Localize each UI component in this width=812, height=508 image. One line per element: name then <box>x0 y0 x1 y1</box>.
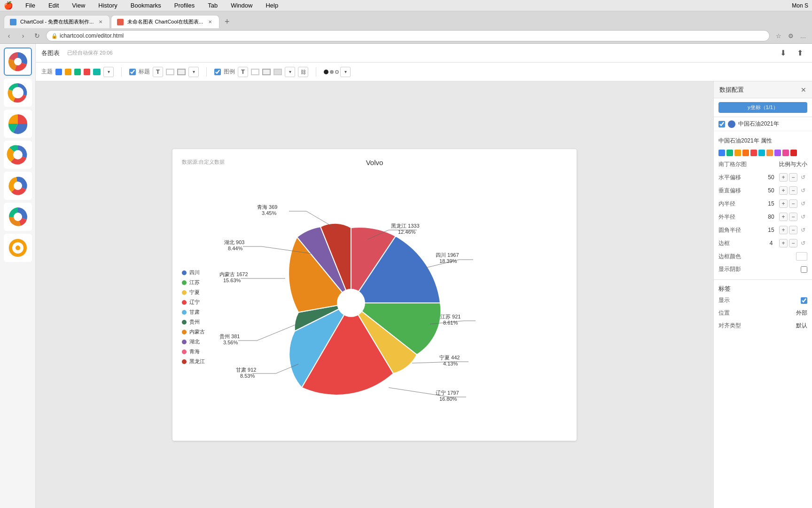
chart-thumb-3[interactable] <box>4 110 32 138</box>
h-offset-minus[interactable]: − <box>789 173 797 182</box>
shadow-checkbox[interactable] <box>801 266 807 273</box>
browser-tab-2[interactable]: 未命名图表 ChartCool在线图表... ✕ <box>111 15 219 28</box>
v-offset-refresh[interactable]: ↺ <box>799 186 807 195</box>
v-offset-plus[interactable]: + <box>779 186 788 195</box>
series-color-icon <box>728 120 735 128</box>
palette-green[interactable] <box>726 150 733 156</box>
extension-icon[interactable]: ⚙ <box>786 31 796 41</box>
chart-thumb-5[interactable] <box>4 172 32 200</box>
legend-dropdown[interactable]: ▾ <box>285 67 295 77</box>
palette-orange[interactable] <box>742 150 749 156</box>
pie-chart-svg: 黑龙江 1333 12.46% 四川 1967 18.39% <box>219 185 483 416</box>
legend-dot-dropdown[interactable]: ▾ <box>340 67 351 77</box>
theme-label: 主题 <box>41 68 53 76</box>
legend-name-ningxia: 宁夏 <box>189 289 200 296</box>
chart-thumb-7[interactable] <box>4 234 32 262</box>
outer-radius-refresh[interactable]: ↺ <box>799 213 807 221</box>
svg-point-1 <box>14 58 22 65</box>
title-dropdown[interactable]: ▾ <box>188 67 199 77</box>
outer-radius-plus[interactable]: + <box>779 213 788 221</box>
proportion-label[interactable]: 比例与大小 <box>779 160 807 168</box>
label-position-row: 位置 外部 <box>714 307 812 319</box>
color-teal[interactable] <box>93 69 101 75</box>
palette-cyan[interactable] <box>758 150 765 156</box>
palette-orange2[interactable] <box>766 150 773 156</box>
title-checkbox[interactable] <box>129 69 136 75</box>
palette-red[interactable] <box>750 150 757 156</box>
bookmark-icon[interactable]: ☆ <box>773 31 784 41</box>
inner-radius-ctrl: 15 + − ↺ <box>765 199 807 208</box>
legend-font-btn[interactable]: T <box>238 67 248 77</box>
legend-box1[interactable] <box>251 69 259 75</box>
theme-group: 主题 ▾ <box>41 67 114 77</box>
chart-thumb-2[interactable] <box>4 79 32 107</box>
tab1-close[interactable]: ✕ <box>97 19 104 25</box>
chart-thumb-4[interactable] <box>4 141 32 169</box>
back-button[interactable]: ‹ <box>4 31 14 41</box>
menu-history[interactable]: History <box>95 1 120 10</box>
border-plus[interactable]: + <box>779 239 788 247</box>
y-axis-bar[interactable]: y坐标（1/1） <box>718 102 807 113</box>
legend-dot-hollow[interactable] <box>335 70 339 74</box>
apple-menu[interactable]: 🍎 <box>4 1 13 10</box>
chart-canvas[interactable]: 数据源:自定义数据 Volvo 四川 江苏 <box>172 149 577 441</box>
color-green[interactable] <box>74 69 81 75</box>
title-box1[interactable] <box>166 69 174 75</box>
palette-pink[interactable] <box>782 150 789 156</box>
label-show-checkbox[interactable] <box>801 297 807 304</box>
inner-radius-minus[interactable]: − <box>789 199 797 208</box>
h-offset-refresh[interactable]: ↺ <box>799 173 807 182</box>
menu-bookmarks[interactable]: Bookmarks <box>128 1 164 10</box>
right-panel-close-icon[interactable]: ✕ <box>801 86 806 94</box>
h-offset-plus[interactable]: + <box>779 173 788 182</box>
color-yellow[interactable] <box>65 69 71 75</box>
outer-radius-minus[interactable]: − <box>789 213 797 221</box>
title-box2[interactable] <box>177 69 186 75</box>
palette-blue[interactable] <box>718 150 725 156</box>
more-icon[interactable]: … <box>798 31 808 41</box>
v-offset-minus[interactable]: − <box>789 186 797 195</box>
border-minus[interactable]: − <box>789 239 797 247</box>
theme-dropdown[interactable]: ▾ <box>103 67 114 77</box>
border-color-label: 边框颜色 <box>718 253 793 261</box>
series-checkbox[interactable] <box>718 121 725 127</box>
legend-link-btn[interactable]: ⛓ <box>298 67 308 77</box>
inner-radius-plus[interactable]: + <box>779 199 788 208</box>
download-button[interactable]: ⬇ <box>776 47 789 60</box>
label-sichuan-pct: 18.39% <box>439 258 457 264</box>
menu-profiles[interactable]: Profiles <box>172 1 197 10</box>
legend-box2[interactable] <box>262 69 271 75</box>
menu-file[interactable]: File <box>23 1 38 10</box>
chart-thumb-1[interactable] <box>4 48 32 76</box>
menu-help[interactable]: Help <box>263 1 281 10</box>
palette-yellow[interactable] <box>734 150 741 156</box>
corner-radius-refresh[interactable]: ↺ <box>799 226 807 234</box>
legend-box3[interactable] <box>273 69 282 75</box>
border-refresh[interactable]: ↺ <box>799 239 807 247</box>
browser-tab-1[interactable]: ChartCool - 免费在线图表制作... ✕ <box>4 15 110 28</box>
share-button[interactable]: ⬆ <box>793 47 806 60</box>
border-color-picker[interactable] <box>796 252 807 261</box>
color-red[interactable] <box>84 69 90 75</box>
palette-purple[interactable] <box>774 150 781 156</box>
new-tab-button[interactable]: + <box>220 15 234 28</box>
menu-window[interactable]: Window <box>228 1 255 10</box>
menu-view[interactable]: View <box>69 1 88 10</box>
forward-button[interactable]: › <box>18 31 28 41</box>
title-font-btn[interactable]: T <box>153 67 163 77</box>
url-bar[interactable]: 🔒 ichartcool.com/editor.html <box>46 30 770 41</box>
chart-thumb-6[interactable] <box>4 203 32 231</box>
menu-edit[interactable]: Edit <box>46 1 62 10</box>
corner-radius-minus[interactable]: − <box>789 226 797 234</box>
legend-dot-black[interactable] <box>324 70 328 74</box>
tab2-close[interactable]: ✕ <box>207 19 213 25</box>
inner-radius-refresh[interactable]: ↺ <box>799 199 807 208</box>
legend-checkbox[interactable] <box>214 69 221 75</box>
menu-tab[interactable]: Tab <box>205 1 220 10</box>
refresh-button[interactable]: ↻ <box>32 31 42 41</box>
legend-dot-gray[interactable] <box>330 70 334 74</box>
color-blue[interactable] <box>55 69 62 75</box>
corner-radius-plus[interactable]: + <box>779 226 788 234</box>
label-align-label: 对齐类型 <box>718 322 793 330</box>
palette-darkred[interactable] <box>790 150 797 156</box>
